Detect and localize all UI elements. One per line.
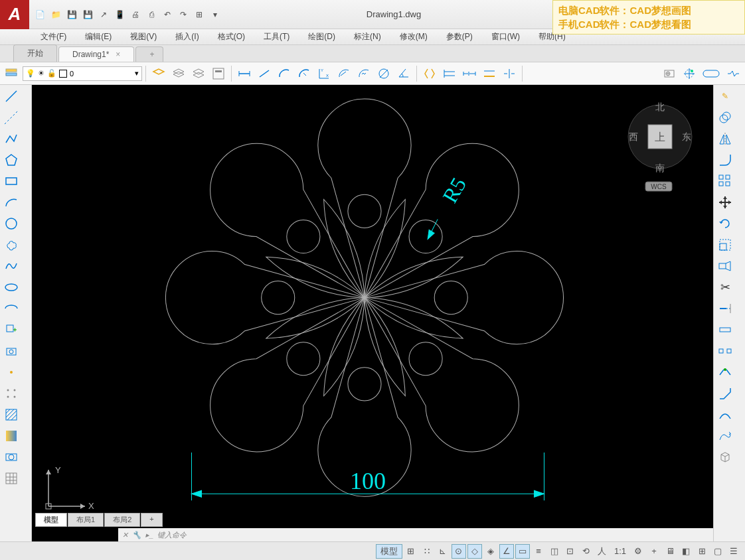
menu-draw[interactable]: 绘图(D) [304,30,339,44]
blend-icon[interactable] [715,405,735,425]
sb-gear-icon[interactable]: ⚙ [631,544,645,559]
sb-model[interactable]: 模型 [376,544,402,559]
sb-otrack-icon[interactable]: ∠ [499,544,514,559]
point-icon[interactable] [1,362,21,382]
fillet-icon[interactable] [715,150,735,170]
scale-icon[interactable] [715,235,735,255]
menu-window[interactable]: 窗口(W) [487,30,524,44]
saveas-icon[interactable]: 💾 [81,8,94,21]
sb-plus-icon[interactable]: + [647,544,661,559]
region-icon[interactable] [1,447,21,467]
dim-baseline-icon[interactable] [440,64,459,83]
hatch-icon[interactable] [1,405,21,425]
sb-dyn-icon[interactable]: ▭ [515,544,530,559]
inspect-icon[interactable] [700,64,722,83]
layout-model[interactable]: 模型 [35,513,67,527]
workspace-icon[interactable]: ⊞ [193,8,206,21]
dim-continue-icon[interactable] [460,64,479,83]
print-icon[interactable]: 🖨 [129,8,142,21]
dim-space-icon[interactable] [480,64,499,83]
dim-linear-icon[interactable] [235,64,254,83]
tolerance-icon[interactable] [660,64,679,83]
mirror-icon[interactable] [715,129,735,149]
sb-ortho-icon[interactable]: ⊾ [436,544,450,559]
layer-dropdown[interactable]: 💡 ☀ 🔓 0 ▾ [23,66,142,81]
dim-break-icon[interactable] [500,64,519,83]
move-icon[interactable] [715,192,735,212]
rotate-icon[interactable] [715,214,735,234]
menu-modify[interactable]: 修改(M) [396,30,432,44]
sb-qp-icon[interactable]: ⊡ [563,544,578,559]
dim-diameter-icon[interactable] [374,64,393,83]
3d-cube-icon[interactable] [715,447,735,467]
dim-jog-line-icon[interactable] [724,64,742,83]
close-tab-icon[interactable]: × [116,50,120,59]
gradient-icon[interactable] [1,426,21,446]
menu-file[interactable]: 文件(F) [37,30,70,44]
viewcube[interactable]: 北 南 西 东 上 WCS [620,90,700,176]
sb-hw-icon[interactable]: ⊞ [695,544,709,559]
center-mark-icon[interactable] [680,64,699,83]
sb-scale[interactable]: 1:1 [611,544,629,559]
layout-1[interactable]: 布局1 [68,513,104,527]
sb-iso-icon[interactable]: ◧ [679,544,693,559]
menu-format[interactable]: 格式(O) [214,30,249,44]
dim-ordinate-icon[interactable]: YX [315,64,333,83]
revision-cloud-icon[interactable] [1,235,21,255]
circle-icon[interactable] [1,214,21,234]
sb-tpy-icon[interactable]: ◫ [547,544,562,559]
menu-param[interactable]: 参数(P) [442,30,477,44]
sb-cycle-icon[interactable]: ⟲ [579,544,594,559]
layer-prev-icon[interactable] [189,64,208,83]
sb-clean-icon[interactable]: ▢ [710,544,725,559]
arc-icon[interactable] [1,192,21,212]
ellipse-arc-icon[interactable] [1,299,21,318]
open-icon[interactable]: 📁 [49,8,62,21]
layer-match-icon[interactable] [209,64,228,83]
sb-polar-icon[interactable]: ⊙ [452,544,466,559]
sb-grid-icon[interactable]: ⊞ [404,544,418,559]
dropdown-icon[interactable]: ▾ [208,8,222,21]
new-tab-button[interactable]: + [135,46,163,62]
sb-menu-icon[interactable]: ☰ [726,544,741,559]
sb-anno-icon[interactable]: 人 [595,544,610,559]
ellipse-icon[interactable] [1,277,21,297]
tab-drawing1[interactable]: Drawing1*× [58,46,134,62]
close-icon[interactable]: ✕ [122,531,128,539]
table-icon[interactable] [1,468,21,488]
line-icon[interactable] [1,86,21,106]
sb-lwt-icon[interactable]: ≡ [531,544,546,559]
sb-osnap-icon[interactable]: ◇ [467,544,482,559]
quick-dim-icon[interactable] [420,64,439,83]
rectangle-icon[interactable] [1,171,21,191]
plot-icon[interactable]: ⎙ [145,8,158,21]
drawing-canvas[interactable]: 100 R5 北 南 西 东 上 WCS [32,85,713,541]
menu-view[interactable]: 视图(V) [126,30,161,44]
break-point-icon[interactable] [715,320,735,340]
undo-icon[interactable]: ↶ [161,8,174,21]
spline-icon[interactable] [1,256,21,276]
reverse-icon[interactable] [715,426,735,446]
save-icon[interactable]: 💾 [65,8,78,21]
pencil-icon[interactable]: ✎ [715,86,735,106]
polyline-icon[interactable] [1,129,21,149]
layout-2[interactable]: 布局2 [104,513,140,527]
break-icon[interactable] [715,341,735,361]
dim-jog-icon[interactable] [355,64,373,83]
trim-icon[interactable]: ✂ [715,277,735,297]
dim-arc2-icon[interactable] [295,64,313,83]
menu-edit[interactable]: 编辑(E) [81,30,116,44]
layer-iso-icon[interactable] [169,64,188,83]
command-line[interactable]: ✕ 🔧 ▸_ 键入命令 [118,528,713,541]
wrench-icon[interactable]: 🔧 [132,531,141,539]
dim-angle-icon[interactable] [394,64,413,83]
sb-snap-icon[interactable]: ∷ [420,544,434,559]
menu-tools[interactable]: 工具(T) [260,30,293,44]
offset-icon[interactable] [715,107,735,127]
sb-monitor-icon[interactable]: 🖥 [663,544,677,559]
array-icon[interactable] [715,171,735,191]
sb-3dosnap-icon[interactable]: ◈ [483,544,498,559]
layer-props-icon[interactable] [3,64,21,83]
dim-aligned-icon[interactable] [255,64,274,83]
new-icon[interactable]: 📄 [33,8,46,21]
